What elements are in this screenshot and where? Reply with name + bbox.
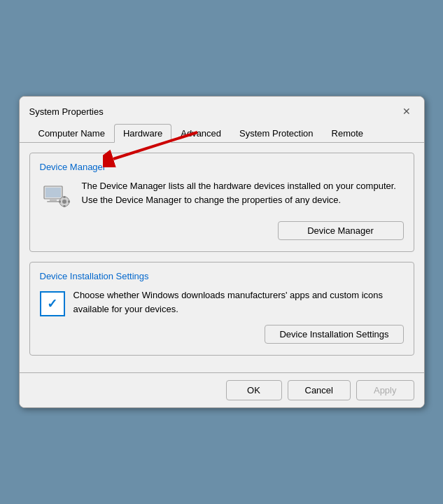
footer: OK Cancel Apply (20, 372, 424, 407)
svg-rect-3 (47, 201, 59, 202)
svg-rect-6 (63, 196, 65, 198)
svg-rect-1 (45, 188, 61, 197)
device-manager-title: Device Manager (40, 162, 404, 172)
device-installation-section: Device Installation Settings ✓ Choose wh… (29, 262, 414, 356)
svg-rect-9 (68, 201, 70, 203)
svg-rect-8 (59, 201, 61, 203)
tab-remote[interactable]: Remote (323, 124, 373, 143)
svg-rect-2 (50, 199, 57, 201)
tab-system-protection[interactable]: System Protection (230, 124, 323, 143)
cancel-button[interactable]: Cancel (288, 380, 351, 400)
tab-bar: Computer Name Hardware Advanced System P… (20, 119, 424, 143)
device-manager-section: Device Manager (29, 153, 414, 252)
device-manager-button[interactable]: Device Manager (278, 221, 404, 240)
close-button[interactable]: ✕ (399, 104, 414, 119)
device-manager-icon (40, 179, 73, 213)
tab-advanced[interactable]: Advanced (171, 124, 230, 143)
device-installation-description: Choose whether Windows downloads manufac… (73, 288, 404, 316)
tab-computer-name[interactable]: Computer Name (29, 124, 114, 143)
apply-button[interactable]: Apply (356, 380, 414, 400)
checkmark-icon: ✓ (47, 298, 57, 310)
svg-point-5 (62, 200, 66, 204)
svg-rect-7 (63, 205, 65, 207)
device-installation-title: Device Installation Settings (40, 271, 404, 281)
ok-button[interactable]: OK (226, 380, 282, 400)
device-installation-button[interactable]: Device Installation Settings (265, 325, 403, 344)
device-manager-description: The Device Manager lists all the hardwar… (82, 179, 404, 206)
dialog-title: System Properties (29, 106, 104, 117)
device-installation-checkbox[interactable]: ✓ (40, 291, 65, 316)
tab-hardware[interactable]: Hardware (114, 124, 171, 143)
